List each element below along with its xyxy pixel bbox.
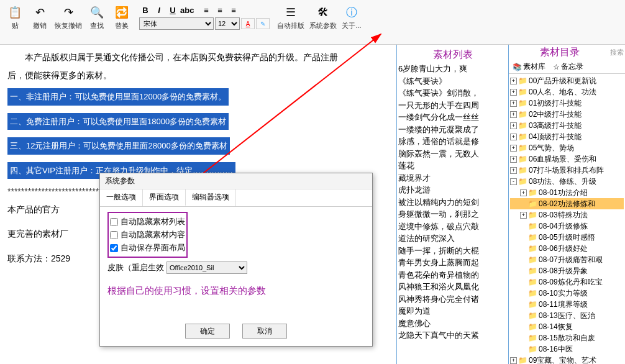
list-item[interactable]: 道法的研究深入: [398, 232, 507, 245]
align-right-button[interactable]: ≡: [227, 4, 240, 16]
tree-item[interactable]: +📁08-03特殊功法: [510, 209, 624, 221]
bold-button[interactable]: B: [139, 4, 152, 16]
align-center-button[interactable]: ≡: [214, 4, 226, 16]
list-item[interactable]: 一只无形的大手在四周: [398, 99, 507, 112]
tree-item[interactable]: +📁01初级打斗技能: [510, 98, 624, 109]
expand-icon[interactable]: +: [510, 78, 517, 84]
list-item[interactable]: 藏境界才: [398, 172, 507, 184]
list-item[interactable]: 随手一挥，折断的大棍: [398, 245, 507, 257]
expand-icon[interactable]: +: [510, 167, 517, 174]
tree-item[interactable]: +📁03高级打斗技能: [510, 120, 624, 131]
underline-button[interactable]: U: [167, 4, 179, 16]
tree-item[interactable]: 📁08-11境界等级: [510, 299, 624, 310]
tree-item[interactable]: 📁08-10实力等级: [510, 288, 624, 299]
ok-button[interactable]: 确定: [185, 324, 230, 339]
search-input[interactable]: 搜索: [610, 48, 625, 57]
dialog-tab-general[interactable]: 一般选项: [100, 189, 143, 206]
list-item[interactable]: 被注以精纯内力的短剑: [398, 196, 507, 209]
tree-item[interactable]: +📁04顶级打斗技能: [510, 131, 624, 142]
list-item[interactable]: 青年男女身上蒸腾而起: [398, 257, 507, 269]
tree-item[interactable]: +📁08-01功法介绍: [510, 187, 624, 198]
cancel-button[interactable]: 取消: [242, 324, 287, 339]
tree-label: 08-13医疗、医治: [539, 310, 595, 321]
expand-icon[interactable]: +: [510, 145, 517, 152]
paste-button[interactable]: 📋 贴: [5, 1, 25, 30]
list-item[interactable]: 逆境中修炼，破点穴敲: [398, 221, 507, 233]
tree-item[interactable]: -📁08功法、修练、升级: [510, 176, 624, 187]
undo-button[interactable]: ↶ 撤销: [30, 1, 50, 30]
list-item[interactable]: 6岁膝青山大力，爽: [398, 63, 507, 75]
dialog-tab-ui[interactable]: 界面选项: [143, 189, 186, 206]
list-item[interactable]: 《练气要诀》: [398, 75, 507, 88]
chk-save-layout[interactable]: [110, 244, 118, 252]
replace-button[interactable]: 🔁 替换: [112, 1, 132, 30]
highlight-button[interactable]: ✎: [256, 18, 270, 29]
tab-notes[interactable]: ☆备忘录: [549, 60, 587, 73]
tree-item[interactable]: 📁08-06升级好处: [510, 243, 624, 254]
tree-item[interactable]: 📁08-15散功和自废: [510, 332, 624, 344]
italic-button[interactable]: I: [153, 4, 165, 16]
align-left-button[interactable]: ≡: [200, 4, 212, 16]
tree-item[interactable]: 📁08-08升级异象: [510, 265, 624, 276]
tree-item[interactable]: +📁00产品升级和更新说: [510, 75, 624, 86]
tree-item[interactable]: 📁08-16中医: [510, 344, 624, 355]
tree-item[interactable]: 📁08-02功法修炼和: [510, 198, 624, 209]
list-item[interactable]: 龙隐天下真气中的天紧: [398, 329, 507, 342]
list-item[interactable]: 脉感，通俗的话就是修: [398, 135, 507, 148]
font-size-select[interactable]: 12: [215, 17, 240, 30]
expand-icon[interactable]: +: [510, 134, 517, 140]
tree-item[interactable]: +📁05气势、势场: [510, 142, 624, 153]
expand-icon[interactable]: -: [510, 178, 517, 185]
list-item[interactable]: 一缕剑气分化成一丝丝: [398, 111, 507, 124]
expand-icon[interactable]: +: [510, 122, 517, 129]
tree-item[interactable]: +📁00人名、地名、功法: [510, 86, 624, 98]
material-tree-title: 素材目录: [509, 45, 610, 60]
expand-icon[interactable]: +: [520, 212, 527, 219]
list-item[interactable]: 身躯微微一动，刹那之: [398, 208, 507, 221]
about-button[interactable]: ⓘ 关于...: [342, 1, 362, 30]
list-item[interactable]: 青色花朵的奇异植物的: [398, 269, 507, 281]
expand-icon[interactable]: +: [510, 156, 517, 163]
expand-icon[interactable]: +: [510, 89, 517, 96]
tree-item[interactable]: 📁08-13医疗、医治: [510, 310, 624, 321]
chk-hide-content[interactable]: [110, 231, 118, 239]
expand-icon[interactable]: +: [510, 357, 517, 364]
list-item[interactable]: 莲花: [398, 160, 507, 172]
folder-icon: 📁: [528, 243, 537, 254]
tree-item[interactable]: +📁06血腥场景、受伤和: [510, 153, 624, 165]
chk-hide-list[interactable]: [110, 218, 118, 226]
system-params-button[interactable]: 🛠 系统参数: [309, 1, 337, 30]
list-item[interactable]: 风神秀将身心完全付诸: [398, 293, 507, 306]
dialog-tab-editor[interactable]: 编辑器选项: [186, 189, 236, 206]
list-item[interactable]: 虎扑龙游: [398, 184, 507, 196]
list-item[interactable]: 魔即为道: [398, 305, 507, 317]
auto-layout-button[interactable]: ☰ 自动排版: [277, 1, 304, 30]
tree-item[interactable]: 📁08-05升级时感悟: [510, 232, 624, 243]
expand-icon[interactable]: +: [510, 100, 517, 107]
list-item[interactable]: 魔意佛心: [398, 317, 507, 330]
tree-item[interactable]: +📁02中级打斗技能: [510, 109, 624, 120]
tree-label: 03高级打斗技能: [529, 120, 582, 131]
redo-button[interactable]: ↷ 恢复撤销: [55, 1, 82, 30]
list-item[interactable]: 脑际轰然一震，无数人: [398, 148, 507, 160]
list-item[interactable]: 风神狼王和浴火凤凰化: [398, 281, 507, 293]
tree-item[interactable]: +📁07打斗场景和排兵布阵: [510, 165, 624, 176]
tree-item[interactable]: 📁08-09炼化丹和吃宝: [510, 276, 624, 288]
folder-icon: 📁: [528, 321, 537, 332]
expand-icon[interactable]: +: [510, 111, 517, 118]
tab-library[interactable]: 📚素材库: [509, 60, 549, 73]
tree-item[interactable]: +📁09宝藏、宝物、艺术: [510, 355, 624, 364]
font-color-button[interactable]: A: [241, 18, 255, 29]
list-item[interactable]: 《练气要诀》剑消散，: [398, 87, 507, 99]
tree-item[interactable]: 📁08-04升级修炼: [510, 221, 624, 232]
tree-label: 08-07升级痛苦和艰: [539, 254, 603, 265]
material-tree[interactable]: +📁00产品升级和更新说+📁00人名、地名、功法+📁01初级打斗技能+📁02中级…: [509, 74, 625, 364]
strike-button[interactable]: abc: [180, 4, 193, 16]
skin-select[interactable]: Office2010_Sil: [167, 262, 247, 274]
font-family-select[interactable]: 宋体: [139, 17, 214, 30]
find-button[interactable]: 🔍 查找: [87, 1, 107, 30]
list-item[interactable]: 一缕缕的神元凝聚成了: [398, 124, 507, 136]
expand-icon[interactable]: +: [520, 189, 527, 196]
tree-item[interactable]: 📁08-14恢复: [510, 321, 624, 332]
tree-item[interactable]: 📁08-07升级痛苦和艰: [510, 254, 624, 265]
